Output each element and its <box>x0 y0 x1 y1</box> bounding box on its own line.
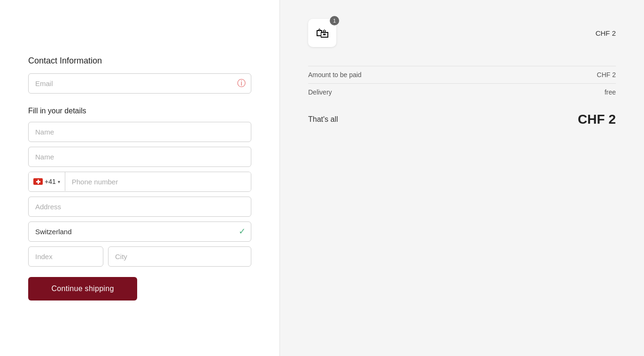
email-error-icon: ⓘ <box>237 78 246 89</box>
email-wrapper: ⓘ <box>28 73 251 94</box>
city-input[interactable] <box>108 246 251 267</box>
country-wrapper: Switzerland Germany France Austria Italy… <box>28 222 251 242</box>
details-form: +41 ▾ Switzerland Germany France Austria… <box>28 122 251 267</box>
cart-row: 1 🛍 CHF 2 <box>308 19 616 47</box>
phone-code: +41 <box>45 178 56 185</box>
country-check-icon: ✓ <box>239 226 246 237</box>
address-input[interactable] <box>28 197 251 217</box>
phone-wrapper: +41 ▾ <box>28 172 251 192</box>
phone-prefix[interactable]: +41 ▾ <box>29 172 65 191</box>
total-value: CHF 2 <box>578 112 616 127</box>
amount-row: Amount to be paid CHF 2 <box>308 66 616 83</box>
phone-input[interactable] <box>65 172 251 191</box>
flag-ch-icon <box>33 178 43 185</box>
bag-icon: 🛍 <box>316 25 329 41</box>
country-select[interactable]: Switzerland Germany France Austria Italy <box>28 222 251 242</box>
continue-shipping-button[interactable]: Continue shipping <box>28 277 137 301</box>
contact-info-title: Contact Information <box>28 56 251 66</box>
index-input[interactable] <box>28 246 103 267</box>
phone-chevron-icon: ▾ <box>58 179 60 184</box>
cart-icon-wrapper: 1 🛍 <box>308 19 336 47</box>
last-name-input[interactable] <box>28 147 251 167</box>
delivery-row: Delivery free <box>308 83 616 101</box>
right-panel: 1 🛍 CHF 2 Amount to be paid CHF 2 Delive… <box>280 0 644 356</box>
delivery-label: Delivery <box>308 88 332 96</box>
cart-badge: 1 <box>330 16 339 25</box>
details-title: Fill in your details <box>28 107 251 115</box>
amount-value: CHF 2 <box>597 71 616 79</box>
cart-price: CHF 2 <box>596 29 616 37</box>
email-input[interactable] <box>28 73 251 94</box>
amount-label: Amount to be paid <box>308 71 362 79</box>
total-label: That's all <box>308 115 338 124</box>
left-panel: Contact Information ⓘ Fill in your detai… <box>0 0 279 356</box>
index-city-row <box>28 246 251 267</box>
first-name-input[interactable] <box>28 122 251 142</box>
delivery-value: free <box>605 88 616 96</box>
total-row: That's all CHF 2 <box>308 101 616 138</box>
